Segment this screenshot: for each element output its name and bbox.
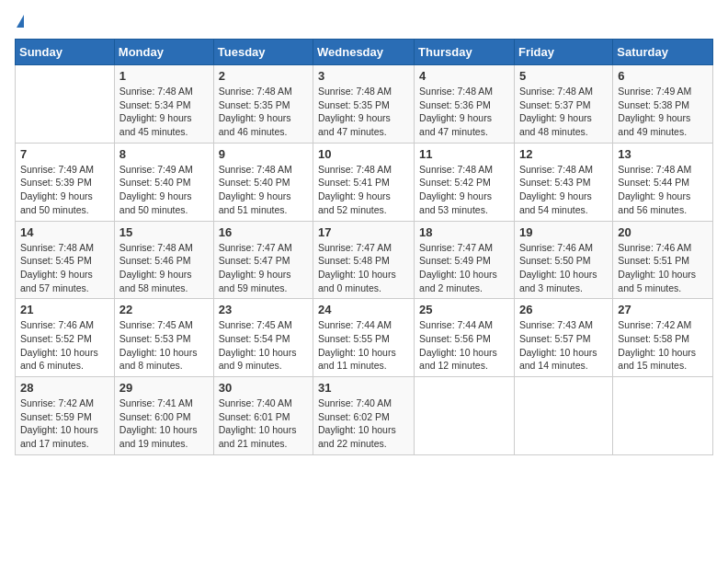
day-info: Sunrise: 7:46 AMSunset: 5:52 PMDaylight:… [20, 318, 109, 373]
calendar-cell: 15Sunrise: 7:48 AMSunset: 5:46 PMDayligh… [114, 221, 213, 299]
daylight-text: Daylight: 9 hours and 53 minutes. [419, 190, 509, 216]
daylight-text: Daylight: 10 hours and 9 minutes. [219, 346, 308, 373]
daylight-text: Daylight: 10 hours and 2 minutes. [419, 268, 509, 294]
sunrise-text: Sunrise: 7:46 AM [20, 318, 109, 332]
header-day-thursday: Thursday [415, 40, 515, 65]
calendar-cell: 2Sunrise: 7:48 AMSunset: 5:35 PMDaylight… [213, 65, 313, 144]
calendar-cell: 27Sunrise: 7:42 AMSunset: 5:58 PMDayligh… [613, 299, 713, 377]
daylight-text: Daylight: 9 hours and 49 minutes. [618, 111, 708, 138]
calendar-cell: 30Sunrise: 7:40 AMSunset: 6:01 PMDayligh… [213, 377, 313, 455]
sunset-text: Sunset: 5:55 PM [318, 332, 409, 346]
sunrise-text: Sunrise: 7:45 AM [219, 318, 308, 332]
day-info: Sunrise: 7:47 AMSunset: 5:47 PMDaylight:… [219, 241, 308, 295]
sunset-text: Sunset: 5:50 PM [519, 254, 608, 268]
calendar-cell: 23Sunrise: 7:45 AMSunset: 5:54 PMDayligh… [213, 299, 313, 377]
sunrise-text: Sunrise: 7:48 AM [119, 241, 209, 255]
daylight-text: Daylight: 9 hours and 52 minutes. [318, 190, 409, 216]
calendar-cell: 3Sunrise: 7:48 AMSunset: 5:35 PMDaylight… [313, 65, 415, 144]
calendar-cell: 22Sunrise: 7:45 AMSunset: 5:53 PMDayligh… [114, 299, 213, 377]
calendar-week-row: 28Sunrise: 7:42 AMSunset: 5:59 PMDayligh… [16, 377, 713, 455]
sunset-text: Sunset: 5:46 PM [119, 254, 209, 268]
logo [15, 15, 24, 28]
calendar-cell: 24Sunrise: 7:44 AMSunset: 5:55 PMDayligh… [313, 299, 415, 377]
sunset-text: Sunset: 5:51 PM [618, 254, 708, 268]
day-number: 2 [219, 69, 308, 83]
day-info: Sunrise: 7:44 AMSunset: 5:56 PMDaylight:… [419, 318, 509, 373]
sunset-text: Sunset: 6:02 PM [318, 410, 409, 424]
calendar-cell [514, 377, 612, 455]
header-day-saturday: Saturday [613, 40, 713, 65]
day-number: 27 [618, 303, 708, 316]
day-number: 16 [219, 225, 308, 239]
day-number: 25 [419, 303, 509, 316]
sunset-text: Sunset: 5:41 PM [318, 176, 409, 190]
day-number: 3 [318, 69, 409, 83]
daylight-text: Daylight: 9 hours and 47 minutes. [318, 111, 409, 138]
daylight-text: Daylight: 10 hours and 8 minutes. [119, 346, 209, 373]
sunset-text: Sunset: 5:47 PM [219, 254, 308, 268]
sunrise-text: Sunrise: 7:49 AM [119, 163, 209, 177]
day-number: 31 [318, 381, 409, 395]
calendar-cell: 25Sunrise: 7:44 AMSunset: 5:56 PMDayligh… [415, 299, 515, 377]
daylight-text: Daylight: 9 hours and 45 minutes. [119, 111, 209, 138]
daylight-text: Daylight: 9 hours and 57 minutes. [20, 268, 109, 294]
day-info: Sunrise: 7:47 AMSunset: 5:49 PMDaylight:… [419, 241, 509, 295]
calendar-cell: 4Sunrise: 7:48 AMSunset: 5:36 PMDaylight… [415, 65, 515, 144]
calendar-cell: 28Sunrise: 7:42 AMSunset: 5:59 PMDayligh… [16, 377, 115, 455]
day-info: Sunrise: 7:40 AMSunset: 6:01 PMDaylight:… [219, 396, 308, 451]
sunrise-text: Sunrise: 7:47 AM [318, 241, 409, 255]
header [15, 15, 713, 28]
sunset-text: Sunset: 5:34 PM [119, 98, 209, 112]
sunrise-text: Sunrise: 7:48 AM [318, 163, 409, 177]
day-number: 21 [20, 303, 109, 316]
sunrise-text: Sunrise: 7:48 AM [219, 85, 308, 98]
sunrise-text: Sunrise: 7:45 AM [119, 318, 209, 332]
day-number: 8 [119, 147, 209, 161]
sunset-text: Sunset: 5:36 PM [419, 98, 509, 112]
sunrise-text: Sunrise: 7:47 AM [419, 241, 509, 255]
calendar-header-row: SundayMondayTuesdayWednesdayThursdayFrid… [16, 40, 713, 65]
daylight-text: Daylight: 9 hours and 51 minutes. [219, 190, 308, 216]
calendar-week-row: 21Sunrise: 7:46 AMSunset: 5:52 PMDayligh… [16, 299, 713, 377]
calendar-cell: 9Sunrise: 7:48 AMSunset: 5:40 PMDaylight… [213, 143, 313, 221]
sunrise-text: Sunrise: 7:47 AM [219, 241, 308, 255]
calendar-cell [415, 377, 515, 455]
daylight-text: Daylight: 9 hours and 58 minutes. [119, 268, 209, 294]
day-info: Sunrise: 7:40 AMSunset: 6:02 PMDaylight:… [318, 396, 409, 451]
sunset-text: Sunset: 5:57 PM [519, 332, 608, 346]
day-number: 1 [119, 69, 209, 83]
day-info: Sunrise: 7:46 AMSunset: 5:50 PMDaylight:… [519, 241, 608, 295]
sunset-text: Sunset: 6:00 PM [119, 410, 209, 424]
day-number: 19 [519, 225, 608, 239]
daylight-text: Daylight: 10 hours and 3 minutes. [519, 268, 608, 294]
daylight-text: Daylight: 10 hours and 22 minutes. [318, 423, 409, 450]
calendar-cell: 18Sunrise: 7:47 AMSunset: 5:49 PMDayligh… [415, 221, 515, 299]
sunset-text: Sunset: 5:35 PM [318, 98, 409, 112]
calendar-cell: 7Sunrise: 7:49 AMSunset: 5:39 PMDaylight… [16, 143, 115, 221]
sunset-text: Sunset: 5:44 PM [618, 176, 708, 190]
day-number: 7 [20, 147, 109, 161]
daylight-text: Daylight: 9 hours and 50 minutes. [119, 190, 209, 216]
header-day-friday: Friday [514, 40, 612, 65]
sunset-text: Sunset: 5:48 PM [318, 254, 409, 268]
header-day-sunday: Sunday [16, 40, 115, 65]
daylight-text: Daylight: 10 hours and 5 minutes. [618, 268, 708, 294]
sunrise-text: Sunrise: 7:43 AM [519, 318, 608, 332]
day-number: 23 [219, 303, 308, 316]
sunrise-text: Sunrise: 7:44 AM [419, 318, 509, 332]
sunrise-text: Sunrise: 7:42 AM [618, 318, 708, 332]
sunset-text: Sunset: 5:54 PM [219, 332, 308, 346]
calendar-cell: 5Sunrise: 7:48 AMSunset: 5:37 PMDaylight… [514, 65, 612, 144]
sunset-text: Sunset: 6:01 PM [219, 410, 308, 424]
daylight-text: Daylight: 10 hours and 17 minutes. [20, 423, 109, 450]
day-number: 5 [519, 69, 608, 83]
day-info: Sunrise: 7:48 AMSunset: 5:37 PMDaylight:… [519, 85, 608, 139]
daylight-text: Daylight: 9 hours and 46 minutes. [219, 111, 308, 138]
sunrise-text: Sunrise: 7:40 AM [219, 396, 308, 410]
sunrise-text: Sunrise: 7:48 AM [20, 241, 109, 255]
calendar-week-row: 7Sunrise: 7:49 AMSunset: 5:39 PMDaylight… [16, 143, 713, 221]
calendar-week-row: 14Sunrise: 7:48 AMSunset: 5:45 PMDayligh… [16, 221, 713, 299]
daylight-text: Daylight: 9 hours and 54 minutes. [519, 190, 608, 216]
daylight-text: Daylight: 10 hours and 6 minutes. [20, 346, 109, 373]
day-info: Sunrise: 7:42 AMSunset: 5:58 PMDaylight:… [618, 318, 708, 373]
